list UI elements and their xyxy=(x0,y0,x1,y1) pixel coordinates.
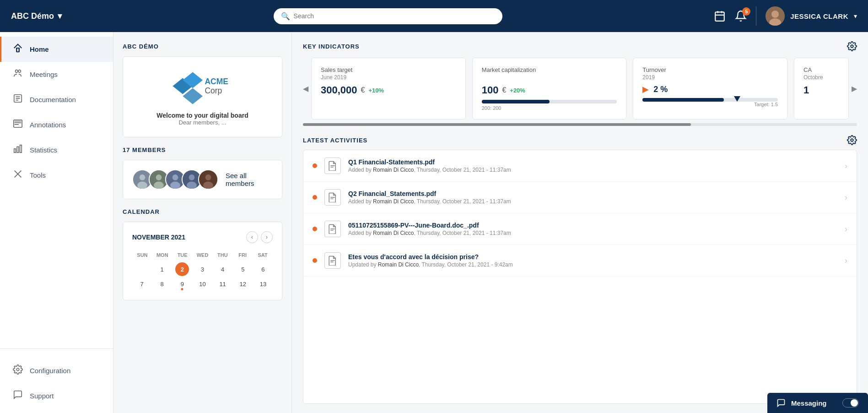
activity-item-0[interactable]: Q1 Financial-Statements.pdfAdded by Roma… xyxy=(303,150,857,182)
cal-date-3[interactable]: 3 xyxy=(195,262,209,276)
sidebar-divider xyxy=(0,348,113,349)
indicators-settings-btn[interactable] xyxy=(847,41,857,51)
topbar-right: 5 JESSICA CLARK ▾ xyxy=(714,6,857,26)
sidebar-item-statistics[interactable]: Statistics xyxy=(0,137,113,163)
left-panel: ABC DÉMO ACME Corp Welcome to your di xyxy=(113,32,292,413)
indicators-section: KEY INDICATORS ◀ Sales target June xyxy=(303,41,857,126)
members-row: See all members xyxy=(132,169,273,190)
activity-file-icon-3 xyxy=(324,252,341,269)
activity-title-1: Q2 Financial_Statements.pdf xyxy=(348,190,845,197)
progress-bar-outer-market xyxy=(482,100,617,103)
indicators-title: KEY INDICATORS xyxy=(303,43,360,50)
svg-rect-17 xyxy=(20,145,22,153)
sidebar-item-home[interactable]: Home xyxy=(0,37,113,62)
sidebar-label-annotations: Annotations xyxy=(30,121,66,129)
cal-date-4[interactable]: 4 xyxy=(216,262,230,276)
svg-rect-0 xyxy=(715,12,724,21)
calendar-grid: SUN MON TUE WED THU FRI SAT 123456789101… xyxy=(132,250,273,291)
calendar-dates: 12345678910111213 xyxy=(132,262,273,291)
indicators-scroll-right[interactable]: ▶ xyxy=(852,84,857,93)
calendar-month: NOVEMBER 2021 xyxy=(132,234,185,241)
cal-date-13[interactable]: 13 xyxy=(256,277,270,291)
activity-dot-1 xyxy=(313,195,317,200)
activity-item-1[interactable]: Q2 Financial_Statements.pdfAdded by Roma… xyxy=(303,182,857,213)
indicator-card-market: Market capitalization 100 € +20% 200: 20… xyxy=(472,58,627,120)
activity-item-3[interactable]: Etes vous d'accord avec la décision pris… xyxy=(303,245,857,277)
calendar-icon-btn[interactable] xyxy=(714,10,726,22)
activity-item-2[interactable]: 05110725155869-PV---June-Board.doc_.pdfA… xyxy=(303,213,857,245)
cal-date-11[interactable]: 11 xyxy=(216,277,230,291)
svg-rect-7 xyxy=(16,48,19,52)
activity-content-1: Q2 Financial_Statements.pdfAdded by Roma… xyxy=(348,190,845,205)
app-title-chevron: ▾ xyxy=(58,11,62,21)
cal-date-5[interactable]: 5 xyxy=(236,262,250,276)
cal-date-8[interactable]: 8 xyxy=(155,277,169,291)
messaging-bar[interactable]: Messaging xyxy=(767,393,868,413)
sidebar-item-configuration[interactable]: Configuration xyxy=(0,358,113,383)
cal-date-12[interactable]: 12 xyxy=(236,277,250,291)
sidebar-label-support: Support xyxy=(30,392,54,400)
cal-date-6[interactable]: 6 xyxy=(256,262,270,276)
cal-day-sun: SUN xyxy=(132,250,152,260)
user-name: JESSICA CLARK xyxy=(790,12,848,20)
ind-change-market: +20% xyxy=(510,87,525,94)
search-box: 🔍 xyxy=(274,8,502,24)
ind-value-row-market: 100 € +20% xyxy=(482,84,617,96)
app-title[interactable]: ABC Démo ▾ xyxy=(11,11,62,21)
calendar-days-header: SUN MON TUE WED THU FRI SAT xyxy=(132,250,273,260)
messaging-toggle-btn[interactable] xyxy=(842,398,859,408)
calendar-nav: ‹ › xyxy=(246,231,273,243)
calendar-prev-btn[interactable]: ‹ xyxy=(246,231,258,243)
annotations-icon xyxy=(12,119,23,131)
support-icon xyxy=(12,390,23,402)
sidebar-label-statistics: Statistics xyxy=(30,146,57,154)
activity-title-3: Etes vous d'accord avec la décision pris… xyxy=(348,253,845,261)
activity-file-icon-0 xyxy=(324,158,341,174)
cal-day-sat: SAT xyxy=(253,250,273,260)
svg-text:Corp: Corp xyxy=(205,86,222,95)
activities-settings-btn[interactable] xyxy=(847,135,857,145)
svg-point-37 xyxy=(187,182,197,189)
documentation-icon xyxy=(12,93,23,106)
user-profile[interactable]: JESSICA CLARK ▾ xyxy=(756,6,857,26)
welcome-text: Welcome to your digital board xyxy=(134,112,271,119)
progress-bar-inner-market xyxy=(482,100,550,103)
cal-date-9[interactable]: 9 xyxy=(175,277,189,291)
cal-date-2[interactable]: 2 xyxy=(175,262,189,276)
ind-currency-sales: € xyxy=(361,86,365,94)
cal-day-fri: FRI xyxy=(232,250,253,260)
cal-date-7[interactable]: 7 xyxy=(135,277,149,291)
gauge-target-marker xyxy=(734,96,740,102)
indicator-card-turnover: Turnover 2019 ▶ 2 % Target: 1.5 xyxy=(633,58,787,120)
cal-date-1[interactable]: 1 xyxy=(155,262,169,276)
indicators-header: KEY INDICATORS xyxy=(303,41,857,51)
cal-day-thu: THU xyxy=(212,250,232,260)
sidebar-item-support[interactable]: Support xyxy=(0,383,113,408)
cal-date-10[interactable]: 10 xyxy=(195,277,209,291)
see-all-members-link[interactable]: See all members xyxy=(226,172,273,187)
cal-day-wed: WED xyxy=(193,250,213,260)
app-title-text: ABC Démo xyxy=(11,11,54,21)
calendar-next-btn[interactable]: › xyxy=(261,231,273,243)
sidebar-item-tools[interactable]: Tools xyxy=(0,163,113,188)
sidebar-item-documentation[interactable]: Documentation xyxy=(0,87,113,112)
notification-icon-btn[interactable]: 5 xyxy=(735,10,747,22)
ind-gauge-turnover: ▶ 2 % xyxy=(642,84,778,94)
activities-section: LATEST ACTIVITIES Q1 Financial-Statement… xyxy=(303,135,857,404)
search-icon: 🔍 xyxy=(281,12,290,21)
activity-meta-2: Added by Romain Di Cicco, Thursday, Octo… xyxy=(348,230,845,236)
activity-content-0: Q1 Financial-Statements.pdfAdded by Roma… xyxy=(348,158,845,173)
sidebar-item-annotations[interactable]: Annotations xyxy=(0,112,113,137)
indicators-scroll-left[interactable]: ◀ xyxy=(303,84,308,93)
ind-value-row-ca: 1 xyxy=(803,84,839,96)
search-input[interactable] xyxy=(294,12,495,20)
calendar-card: NOVEMBER 2021 ‹ › SUN MON TUE WED THU FR… xyxy=(123,222,282,300)
activity-file-icon-1 xyxy=(324,189,341,206)
activity-dot-2 xyxy=(313,227,317,231)
sidebar-item-meetings[interactable]: Meetings xyxy=(0,62,113,87)
sidebar: Home Meetings Documentation xyxy=(0,32,113,413)
svg-point-27 xyxy=(140,174,146,180)
svg-point-33 xyxy=(173,174,178,180)
notification-badge: 5 xyxy=(742,7,750,16)
indicators-cards: Sales target June 2019 300,000 € +10% Ma… xyxy=(311,58,849,120)
